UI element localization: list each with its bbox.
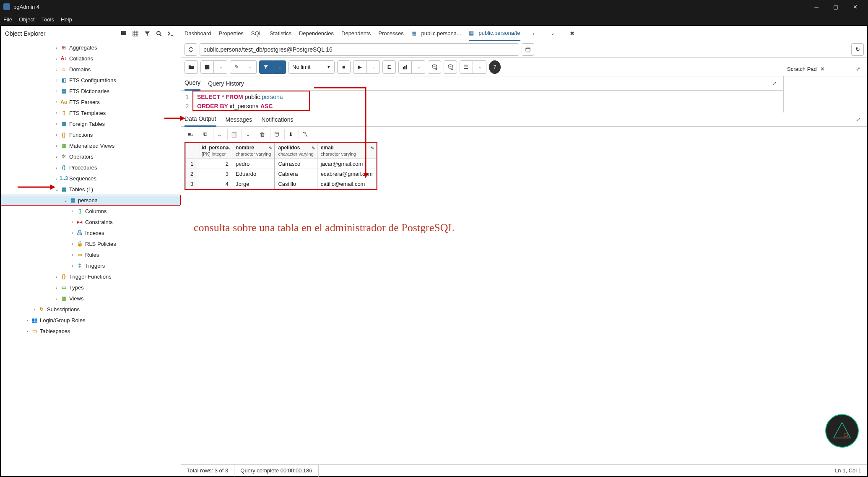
tree-item[interactable]: ›{}Functions <box>1 129 181 140</box>
edit-button[interactable]: ✎ <box>230 60 243 74</box>
chevron-icon[interactable]: › <box>69 263 76 268</box>
run-button[interactable]: ▶ <box>353 60 366 74</box>
terminal-icon[interactable] <box>165 28 177 39</box>
grid-icon[interactable] <box>130 28 141 39</box>
chevron-icon[interactable]: › <box>53 274 60 279</box>
chevron-icon[interactable]: › <box>53 296 60 301</box>
tab-sql[interactable]: SQL <box>251 30 262 36</box>
server-icon[interactable] <box>118 28 130 39</box>
tree-item[interactable]: ›✲Operators <box>1 151 181 162</box>
chevron-icon[interactable]: › <box>24 318 31 323</box>
chevron-icon[interactable]: › <box>53 143 60 148</box>
edit-column-icon[interactable]: ✎ <box>312 146 315 151</box>
chevron-icon[interactable]: › <box>24 328 31 334</box>
tab-scroll-left[interactable]: ‹ <box>528 28 540 39</box>
macros-button[interactable]: ☰ <box>460 60 473 74</box>
menu-file[interactable]: File <box>3 16 12 23</box>
tree-item[interactable]: ›↻Subscriptions <box>1 304 181 315</box>
doc-tab-1[interactable]: ▦ public.persona... <box>411 30 461 36</box>
tree-item[interactable]: ›‡Triggers <box>1 260 181 271</box>
chevron-icon[interactable]: › <box>69 209 76 214</box>
tree-item[interactable]: ›▥Views <box>1 293 181 304</box>
explain-analyze-button[interactable] <box>398 60 412 74</box>
close-tab-icon[interactable]: ✖ <box>567 28 578 39</box>
tree-item[interactable]: ›👥Login/Group Roles <box>1 315 181 326</box>
tree-item[interactable]: ›▯FTS Templates <box>1 107 181 118</box>
chevron-icon[interactable]: › <box>53 285 60 290</box>
cell[interactable]: Eduardo <box>232 169 275 179</box>
row-number[interactable]: 1 <box>186 159 198 169</box>
tree-item[interactable]: ⌄▦Tables (1) <box>1 184 181 195</box>
edit-column-icon[interactable]: ✎ <box>371 146 374 151</box>
tab-processes[interactable]: Processes <box>378 30 404 36</box>
tree-item[interactable]: ›1..3Sequences <box>1 173 181 184</box>
download-button[interactable]: ⬇ <box>284 128 297 140</box>
edit-column-icon[interactable]: ✎ <box>269 146 273 151</box>
close-scratch-icon[interactable]: ✕ <box>820 66 825 72</box>
chevron-icon[interactable]: › <box>53 89 60 94</box>
chevron-icon[interactable]: › <box>53 165 60 170</box>
save-dropdown[interactable]: ⌄ <box>214 60 227 74</box>
chevron-icon[interactable]: › <box>53 99 60 104</box>
tree-item[interactable]: ⌄▦persona <box>1 195 181 206</box>
cell[interactable]: 4 <box>198 179 232 189</box>
connection-path[interactable]: public.persona/test_db/postgres@PostgreS… <box>200 43 519 56</box>
query-history-tab[interactable]: Query History <box>208 76 244 91</box>
cell[interactable]: Cabrera <box>275 169 317 179</box>
menu-help[interactable]: Help <box>61 16 72 23</box>
stop-button[interactable]: ■ <box>337 60 351 74</box>
chevron-icon[interactable]: › <box>53 67 60 72</box>
expand-scratch-icon[interactable]: ⤢ <box>852 63 864 75</box>
graph-button[interactable]: 〽 <box>299 128 311 140</box>
chevron-icon[interactable]: › <box>69 241 76 246</box>
reset-layout-icon[interactable]: ↻ <box>851 43 864 56</box>
chevron-icon[interactable]: › <box>69 219 76 224</box>
chevron-icon[interactable]: ⌄ <box>53 187 60 192</box>
tree-item[interactable]: ›{}Trigger Functions <box>1 271 181 282</box>
column-header[interactable]: nombrecharacter varying✎ <box>232 143 275 159</box>
chevron-icon[interactable]: › <box>31 307 38 312</box>
copy-button[interactable]: ⧉ <box>199 128 211 140</box>
tree-item[interactable]: ›◧FTS Configurations <box>1 75 181 86</box>
table-row[interactable]: 34JorgeCastillocatillo@email.com <box>186 179 377 189</box>
cell[interactable]: ecabrera@gmail.com <box>317 169 376 179</box>
chevron-icon[interactable]: › <box>69 230 76 235</box>
chevron-icon[interactable]: › <box>69 252 76 257</box>
code-area[interactable]: SELECT * FROM public.persona ORDER BY id… <box>194 91 783 112</box>
paste-button[interactable]: 📋 <box>227 128 240 140</box>
tree-item[interactable]: ›▯Columns <box>1 206 181 216</box>
cell[interactable]: 3 <box>198 169 232 179</box>
add-row-button[interactable]: ≡₊ <box>185 128 197 140</box>
rollback-button[interactable] <box>444 60 457 74</box>
disconnect-icon[interactable] <box>185 43 197 56</box>
tree-item[interactable]: ›▥Materialized Views <box>1 140 181 151</box>
expand-output-icon[interactable]: ⤢ <box>852 114 864 125</box>
explain-analyze-dropdown[interactable]: ⌄ <box>412 60 425 74</box>
data-output-tab[interactable]: Data Output <box>185 112 216 127</box>
row-number[interactable]: 3 <box>186 179 198 189</box>
filter-list-icon[interactable] <box>141 28 153 39</box>
explain-button[interactable]: E <box>382 60 396 74</box>
cell[interactable]: pedro <box>232 159 275 169</box>
paste-dropdown[interactable]: ⌄ <box>242 128 254 140</box>
tree-item[interactable]: ›⌂Domains <box>1 64 181 75</box>
notifications-tab[interactable]: Notifications <box>261 112 293 127</box>
tab-dependencies[interactable]: Dependencies <box>299 30 334 36</box>
chevron-icon[interactable]: ⌄ <box>62 198 69 203</box>
expand-editor-icon[interactable]: ⤢ <box>768 78 780 89</box>
save-data-button[interactable] <box>270 128 283 140</box>
row-number[interactable]: 2 <box>186 169 198 179</box>
query-tab[interactable]: Query <box>185 76 200 91</box>
chevron-icon[interactable]: › <box>53 154 60 159</box>
help-button[interactable]: ? <box>489 60 501 74</box>
object-tree[interactable]: ›⊞Aggregates›A↓Collations›⌂Domains›◧FTS … <box>1 41 181 476</box>
cell[interactable]: Carrasco <box>275 159 317 169</box>
cell[interactable]: Castillo <box>275 179 317 189</box>
tree-item[interactable]: ›⊞Aggregates <box>1 42 181 53</box>
menu-tools[interactable]: Tools <box>42 16 54 23</box>
tab-statistics[interactable]: Statistics <box>270 30 291 36</box>
column-header[interactable]: emailcharacter varying✎ <box>317 143 376 159</box>
cell[interactable]: jacar@gmail.com <box>317 159 376 169</box>
chevron-icon[interactable]: › <box>53 176 60 181</box>
column-header[interactable]: id_persona[PK] integer✎ <box>198 143 232 159</box>
